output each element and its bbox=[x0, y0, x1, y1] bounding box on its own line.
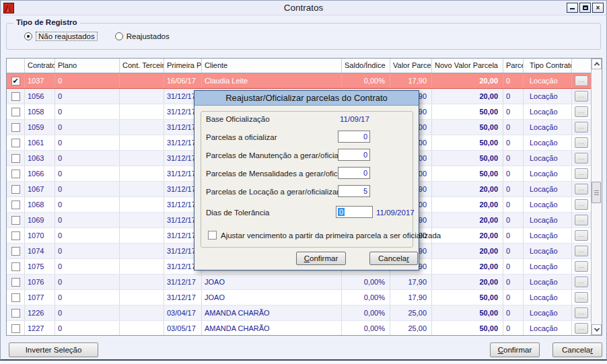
header-cliente[interactable]: Cliente bbox=[202, 59, 342, 73]
parcelas-oficializar-input[interactable] bbox=[338, 131, 370, 143]
cell-action: ... bbox=[572, 228, 591, 243]
parcelas-manutencao-input[interactable] bbox=[338, 149, 370, 161]
footer-cancel-button[interactable]: Cancelar bbox=[552, 342, 602, 357]
row-checkbox[interactable] bbox=[11, 185, 20, 194]
cell-parcelas: 0 bbox=[503, 104, 524, 119]
row-detail-button[interactable]: ... bbox=[575, 75, 588, 86]
dias-tolerancia-input[interactable]: 0 bbox=[336, 206, 373, 218]
scroll-up-button[interactable] bbox=[592, 59, 602, 69]
header-valor-parcela[interactable]: Valor Parcela bbox=[390, 59, 432, 73]
cell-contrato: 1069 bbox=[25, 213, 55, 227]
row-detail-button[interactable]: ... bbox=[575, 246, 588, 256]
row-checkbox[interactable] bbox=[11, 278, 20, 287]
cell-cliente: JOAO bbox=[202, 275, 342, 289]
row-detail-button[interactable]: ... bbox=[575, 184, 588, 194]
row-checkbox[interactable] bbox=[11, 324, 20, 333]
dialog-confirm-button[interactable]: Confirmar bbox=[296, 252, 346, 265]
header-parcelas[interactable]: Parcelas bbox=[503, 59, 524, 73]
cell-plano: 0 bbox=[55, 166, 120, 181]
footer-confirm-button[interactable]: Confirmar bbox=[490, 342, 540, 357]
table-row[interactable]: 1076 0 31/12/17 JOAO 0,00% 17,90 20,00 0… bbox=[7, 275, 591, 290]
cell-cliente: Claudia Leite bbox=[202, 73, 342, 88]
dias-tolerancia-label: Dias de Tolerância bbox=[206, 209, 269, 217]
table-row[interactable]: 1227 0 03/05/17 AMANDA CHARÃO 0,00% 25,0… bbox=[7, 321, 591, 335]
row-detail-button[interactable]: ... bbox=[575, 277, 588, 287]
invert-selection-button[interactable]: Inverter Seleção bbox=[9, 342, 98, 357]
table-row[interactable]: ✔ 1037 0 16/06/17 Claudia Leite 0,00% 17… bbox=[7, 73, 591, 89]
minimize-button[interactable] bbox=[567, 3, 578, 13]
table-row[interactable]: 1077 0 31/12/17 JOAO 0,00% 17,90 50,00 0… bbox=[7, 290, 591, 305]
row-checkbox[interactable] bbox=[11, 123, 20, 132]
radio-reajustados[interactable]: Reajustados bbox=[115, 32, 170, 40]
radio-reajustados-label: Reajustados bbox=[127, 32, 170, 40]
row-detail-button[interactable]: ... bbox=[575, 91, 588, 102]
cell-cont-terceiro bbox=[120, 73, 164, 88]
row-checkbox[interactable] bbox=[11, 154, 20, 163]
row-checkbox[interactable] bbox=[11, 262, 20, 271]
base-oficializacao-value: 11/09/17 bbox=[340, 115, 369, 123]
row-checkbox[interactable] bbox=[11, 247, 20, 256]
scrollbar-thumb[interactable] bbox=[592, 182, 601, 203]
row-checkbox[interactable] bbox=[11, 108, 20, 116]
row-detail-button[interactable]: ... bbox=[575, 230, 588, 241]
header-tipo-contrato[interactable]: Tipo Contrato bbox=[524, 59, 572, 73]
cell-valor-parcela: 25,00 bbox=[390, 305, 432, 320]
window-titlebar[interactable]: Contratos × bbox=[1, 1, 606, 15]
row-checkbox[interactable] bbox=[11, 201, 20, 209]
cell-parcelas: 0 bbox=[503, 89, 524, 104]
table-row[interactable]: 1226 0 03/04/17 AMANDA CHARÃO 0,00% 25,0… bbox=[7, 305, 591, 321]
vertical-scrollbar[interactable] bbox=[591, 59, 602, 335]
cell-novo-valor-parcela: 50,00 bbox=[432, 166, 503, 181]
dialog-titlebar[interactable]: Reajustar/Oficializar parcelas do Contra… bbox=[194, 91, 419, 106]
maximize-button[interactable] bbox=[579, 3, 591, 13]
header-contrato[interactable]: Contrato bbox=[25, 59, 55, 73]
row-detail-button[interactable]: ... bbox=[575, 261, 588, 272]
row-checkbox[interactable] bbox=[11, 170, 20, 178]
cell-primeira-prev: 03/05/17 bbox=[164, 321, 202, 335]
cell-parcelas: 0 bbox=[503, 275, 524, 289]
row-detail-button[interactable]: ... bbox=[575, 292, 588, 303]
row-detail-button[interactable]: ... bbox=[575, 137, 588, 148]
cell-valor-parcela: 17,90 bbox=[390, 290, 432, 305]
row-checkbox[interactable] bbox=[11, 293, 20, 302]
cell-novo-valor-parcela: 20,00 bbox=[432, 197, 503, 212]
scroll-down-button[interactable] bbox=[592, 324, 602, 335]
row-detail-button[interactable]: ... bbox=[575, 199, 588, 210]
cell-cliente: JOAO bbox=[202, 290, 342, 305]
row-checkbox[interactable] bbox=[11, 231, 20, 240]
row-checkbox[interactable] bbox=[11, 139, 20, 147]
row-detail-button[interactable]: ... bbox=[575, 153, 588, 163]
row-detail-button[interactable]: ... bbox=[575, 307, 588, 318]
row-checkbox[interactable] bbox=[11, 309, 20, 318]
dialog-checkbox[interactable] bbox=[208, 231, 217, 240]
row-detail-button[interactable]: ... bbox=[575, 106, 588, 117]
cell-tipo-contrato: Locação bbox=[524, 166, 572, 181]
cell-tipo-contrato: Locação bbox=[524, 197, 572, 212]
cell-tipo-contrato: Locação bbox=[524, 228, 572, 243]
row-detail-button[interactable]: ... bbox=[575, 323, 588, 334]
scrollbar-track[interactable] bbox=[592, 69, 602, 324]
cell-plano: 0 bbox=[55, 244, 120, 258]
cell-cont-terceiro bbox=[120, 182, 164, 196]
dialog-cancel-button[interactable]: Cancelar bbox=[369, 252, 418, 265]
radio-nao-reajustados[interactable]: Não reajustados bbox=[24, 32, 98, 41]
cell-action: ... bbox=[572, 89, 591, 104]
parcelas-locacao-input[interactable] bbox=[338, 185, 370, 197]
row-detail-button[interactable]: ... bbox=[575, 122, 588, 133]
row-checkbox[interactable]: ✔ bbox=[11, 77, 20, 85]
header-primeira-prev[interactable]: Primeira Prev. bbox=[164, 59, 202, 73]
header-plano[interactable]: Plano bbox=[55, 59, 120, 73]
cell-contrato: 1075 bbox=[25, 259, 55, 274]
header-action bbox=[572, 59, 591, 73]
parcelas-mensalidades-input[interactable] bbox=[338, 167, 370, 179]
header-cont-terceiro[interactable]: Cont. Terceiro bbox=[120, 59, 164, 73]
close-button[interactable]: × bbox=[592, 3, 604, 13]
row-checkbox[interactable] bbox=[11, 216, 20, 225]
header-novo-valor-parcela[interactable]: Novo Valor Parcela bbox=[432, 59, 503, 73]
parcelas-locacao-label: Parcelas de Locação a gerar/oficializar bbox=[206, 188, 339, 196]
ajustar-vencimento-option[interactable]: Ajustar vencimento a partir da primeira … bbox=[208, 231, 441, 240]
row-detail-button[interactable]: ... bbox=[575, 168, 588, 179]
row-detail-button[interactable]: ... bbox=[575, 215, 588, 225]
row-checkbox[interactable] bbox=[11, 92, 20, 101]
header-saldo-indice[interactable]: Saldo/Índice bbox=[342, 59, 390, 73]
